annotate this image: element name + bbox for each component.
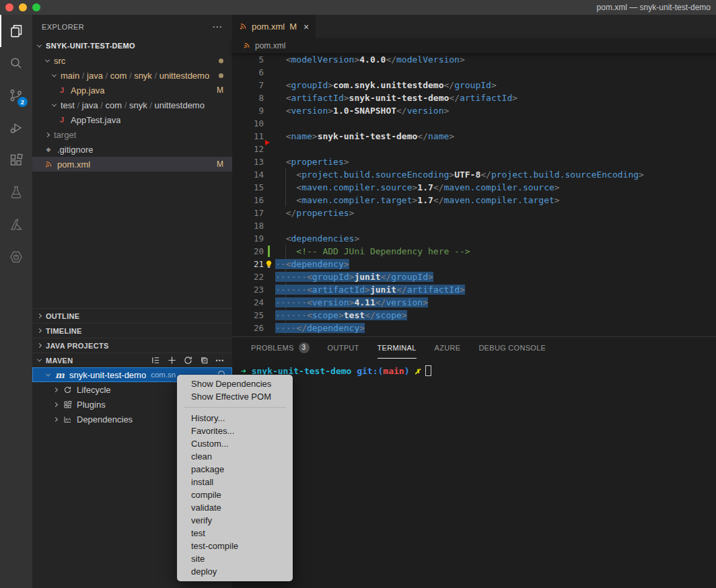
gutter-margin [264,219,275,232]
row-decorations [219,59,232,63]
tree-item-App.java[interactable]: JApp.javaM [32,83,232,98]
panel-tab-azure[interactable]: AZURE [435,337,461,359]
gutter-margin [264,245,275,258]
line-number: 24 [232,296,264,309]
menu-item-show-effective-pom[interactable]: Show Effective POM [177,390,293,403]
code-text: </dependencies> [275,334,716,336]
panel-tab-terminal[interactable]: TERMINAL [378,337,417,359]
refresh-icon[interactable] [183,355,193,365]
minimize-window-button[interactable] [19,3,27,11]
file-tree: srcmain / java / com / snyk / unittestde… [32,53,232,172]
chevron-down-icon [46,371,50,376]
xml-file-icon [43,159,54,170]
power-plugin-icon[interactable] [0,241,32,273]
section-maven[interactable]: MAVEN ⋯ [32,353,232,367]
menu-item-compile[interactable]: compile [177,488,293,501]
section-timeline[interactable]: TIMELINE [32,323,232,338]
menu-item-clean[interactable]: clean [177,450,293,463]
menu-item-deploy[interactable]: deploy [177,565,293,578]
run-and-debug-icon[interactable] [0,112,32,144]
gutter-margin [264,194,275,207]
tree-item-src[interactable]: src [32,53,232,68]
explorer-icon[interactable] [0,15,32,47]
gutter-margin [264,232,275,245]
tree-item-main-java-com-snyk-unittestdemo[interactable]: main / java / com / snyk / unittestdemo [32,68,232,83]
more-actions-icon[interactable]: ⋯ [212,21,223,33]
line-number: 22 [232,270,264,283]
selection-highlight: ······<version>4.11</version> [275,297,428,307]
terminal[interactable]: ➜ snyk-unit-test-demo git:(main) ✗ [232,359,716,376]
panel-tab-problems[interactable]: PROBLEMS3 [251,337,310,359]
breadcrumb[interactable]: pom.xml [232,38,716,53]
menu-item-history[interactable]: History... [177,412,293,425]
gutter-margin [264,91,275,104]
maven-more-actions-icon[interactable]: ⋯ [215,355,224,365]
panel-tab-output[interactable]: OUTPUT [328,337,359,359]
source-control-icon[interactable]: 2 [0,79,32,112]
azure-icon[interactable] [0,209,32,241]
tree-item-target[interactable]: target [32,127,232,142]
explorer-header-label: EXPLORER [42,23,84,31]
code-text: <artifactId>snyk-unit-test-demo</artifac… [275,91,716,104]
maven-context-menu: Show DependenciesShow Effective POMHisto… [177,375,293,581]
menu-item-install[interactable]: install [177,476,293,488]
line-number: 23 [232,283,264,296]
search-icon[interactable] [0,47,32,79]
menu-item-site[interactable]: site [177,552,293,565]
path-separator: / [75,100,82,110]
chevron-right-icon [53,402,58,406]
file-label: .gitignore [57,145,93,155]
tree-item-pom.xml[interactable]: pom.xmlM [32,157,232,172]
close-tab-icon[interactable]: × [303,22,309,32]
code-line-27: 27 </dependencies> [232,334,716,336]
path-separator: / [127,71,134,81]
section-java-projects[interactable]: JAVA PROJECTS [32,338,232,353]
add-icon[interactable] [167,355,177,365]
line-number: 13 [232,155,264,168]
tab-pom-xml[interactable]: pom.xml M × [232,15,316,38]
close-window-button[interactable] [5,3,13,11]
java-file-icon: J [57,116,67,124]
section-label: MAVEN [46,357,73,365]
chevron-down-icon [52,72,57,77]
line-number: 9 [232,104,264,117]
menu-item-show-dependencies[interactable]: Show Dependencies [177,377,293,390]
gutter-margin [264,207,275,219]
tree-item-.gitignore[interactable]: ◆.gitignore [32,142,232,157]
chevron-down-icon [37,357,42,362]
panel-tab-debug-console[interactable]: DEBUG CONSOLE [478,337,546,359]
line-number: 6 [232,66,264,79]
tree-item-AppTest.java[interactable]: JAppTest.java [32,112,232,127]
folder-label: src [54,56,65,66]
code-line-25: 25······<scope>test</scope> [232,309,716,322]
menu-item-test-compile[interactable]: test-compile [177,540,293,552]
line-number: 21 [232,258,264,270]
panel-tab-bar: PROBLEMS3OUTPUTTERMINALAZUREDEBUG CONSOL… [232,337,716,359]
chevron-down-icon [52,102,57,106]
maven-item-label: Dependencies [77,414,133,425]
prompt-segment: ✗ [415,366,420,376]
folder-label: target [54,130,76,140]
selection-highlight: ··<dependency> [275,259,349,269]
tab-modified-badge: M [289,22,297,32]
menu-item-custom[interactable]: Custom... [177,437,293,450]
menu-item-validate[interactable]: validate [177,501,293,514]
tree-item-test-java-com-snyk-unittestdemo[interactable]: test / java / com / snyk / unittestdemo [32,98,232,112]
section-outline[interactable]: OUTLINE [32,308,232,323]
maximize-window-button[interactable] [32,3,40,11]
menu-item-verify[interactable]: verify [177,514,293,527]
testing-beaker-icon[interactable] [0,176,32,209]
menu-item-favorites[interactable]: Favorites... [177,425,293,437]
extensions-icon[interactable] [0,144,32,176]
project-root-row[interactable]: SNYK-UNIT-TEST-DEMO [32,38,232,53]
gutter-margin [264,155,275,168]
code-line-10: 10 [232,117,716,130]
menu-item-test[interactable]: test [177,527,293,540]
collapse-all-icon[interactable] [199,355,209,365]
activity-bar: 2 [0,15,32,588]
gutter-margin [264,143,275,155]
menu-item-package[interactable]: package [177,463,293,476]
chevron-down-icon [37,42,42,47]
list-tree-icon[interactable] [151,355,161,365]
code-editor[interactable]: 5 <modelVersion>4.0.0</modelVersion>67 <… [232,53,716,336]
